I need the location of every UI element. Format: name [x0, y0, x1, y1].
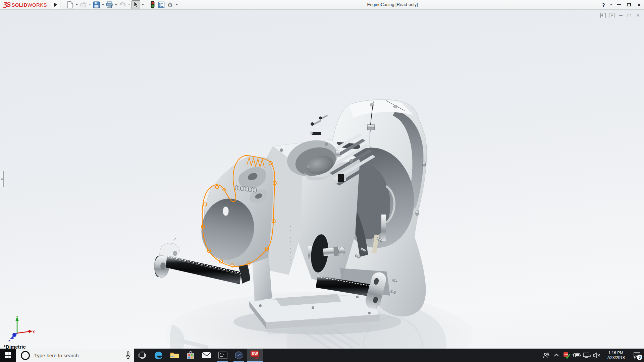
- doc-minimize-button[interactable]: [616, 12, 625, 19]
- taskbar-search[interactable]: Type here to search: [16, 349, 134, 362]
- volume-muted-icon: [593, 352, 601, 359]
- view-orientation-label: *Dimetric: [4, 344, 26, 349]
- save-dropdown[interactable]: [101, 1, 105, 9]
- engine-casing-model[interactable]: [0, 9, 644, 349]
- rebuild-traffic-light-icon: [151, 1, 155, 8]
- tray-overflow-button[interactable]: [551, 349, 561, 362]
- taskbar: Type here to search: [0, 349, 644, 362]
- new-document-icon: [67, 1, 73, 8]
- command-prompt-icon: C:\: [218, 352, 227, 359]
- doc-close-button[interactable]: ×: [634, 12, 642, 19]
- windows-logo-icon: [5, 352, 11, 358]
- system-tray: SW: [541, 349, 644, 362]
- options-gear-icon: ⚙: [167, 2, 173, 8]
- undo-button[interactable]: [118, 1, 126, 9]
- close-button[interactable]: ×: [634, 0, 644, 9]
- solidworks-monitor-icon: SW: [563, 352, 570, 359]
- previous-window-button[interactable]: [599, 12, 607, 19]
- options-button[interactable]: ⚙: [166, 1, 174, 9]
- edge-button[interactable]: [150, 349, 166, 362]
- main-toolbar: ⚙: [66, 0, 179, 9]
- file-properties-button[interactable]: [157, 1, 165, 9]
- print-icon: [106, 1, 113, 8]
- action-center-button[interactable]: 3: [630, 349, 644, 362]
- hexagon-app-icon: [234, 351, 243, 360]
- svg-text:C:\: C:\: [220, 353, 224, 356]
- select-cursor-icon: [133, 1, 139, 8]
- cortana-icon: [21, 351, 30, 360]
- store-icon: [186, 351, 195, 360]
- document-title: EngineCasing [Read-only]: [342, 0, 443, 9]
- mail-icon: [202, 352, 211, 359]
- network-button[interactable]: [582, 349, 592, 362]
- doc-restore-button[interactable]: [625, 12, 634, 19]
- help-dropdown[interactable]: [608, 0, 614, 9]
- help-button[interactable]: ?: [598, 0, 608, 9]
- flyout-arrow-icon: [54, 3, 57, 7]
- graphics-viewport[interactable]: ×: [0, 9, 644, 349]
- save-button[interactable]: [92, 1, 100, 9]
- time: 1:16 PM: [604, 351, 628, 355]
- prev-arrow-icon: [601, 14, 603, 17]
- document-window-controls: ×: [599, 12, 642, 19]
- brand-solid: SOLID: [11, 2, 27, 8]
- network-icon: [583, 352, 591, 359]
- print-dropdown[interactable]: [114, 1, 118, 9]
- undo-icon: [119, 2, 126, 8]
- triad-y-label: Y: [16, 315, 18, 319]
- volume-button[interactable]: [592, 349, 602, 362]
- svg-text:SW: SW: [564, 353, 568, 356]
- close-icon: ×: [637, 2, 641, 8]
- select-dropdown[interactable]: [141, 1, 145, 9]
- dassault-mark-icon: ƷS: [3, 1, 10, 8]
- select-button[interactable]: [131, 0, 140, 9]
- file-explorer-icon: [170, 351, 179, 359]
- rebuild-button[interactable]: [149, 1, 157, 9]
- undo-dropdown[interactable]: [127, 1, 131, 9]
- store-button[interactable]: [182, 349, 199, 362]
- file-properties-icon: [158, 1, 165, 8]
- triad-z-label: Z: [8, 340, 10, 343]
- solidworks-2017-button[interactable]: SW 2017: [247, 349, 263, 362]
- solidworks-logo: ƷS SOLIDWORKS: [3, 1, 47, 9]
- task-view-icon: [138, 351, 146, 359]
- orientation-triad: Y X Z: [4, 315, 35, 343]
- microphone-icon[interactable]: [125, 351, 131, 359]
- task-view-button[interactable]: [134, 349, 150, 362]
- restore-button[interactable]: [624, 0, 634, 9]
- chevron-up-icon: [554, 354, 559, 358]
- open-icon: [79, 2, 87, 8]
- print-button[interactable]: [105, 1, 113, 9]
- next-arrow-icon: [611, 14, 613, 17]
- taskbar-apps: C:\ SW 2017: [134, 349, 263, 362]
- power-button[interactable]: [572, 349, 582, 362]
- people-button[interactable]: [541, 349, 551, 362]
- save-icon: [93, 1, 100, 8]
- minimize-icon: [617, 4, 621, 5]
- clock[interactable]: 1:16 PM 7/23/2018: [604, 351, 628, 360]
- options-dropdown[interactable]: [174, 1, 179, 9]
- solidworks-app-icon: SW 2017: [250, 350, 260, 360]
- mail-button[interactable]: [199, 349, 215, 362]
- hexagon-app-button[interactable]: [231, 349, 247, 362]
- open-dropdown[interactable]: [88, 1, 92, 9]
- command-prompt-button[interactable]: C:\: [215, 349, 231, 362]
- new-document-dropdown[interactable]: [74, 1, 79, 9]
- search-placeholder: Type here to search: [34, 353, 79, 358]
- open-button[interactable]: [79, 1, 87, 9]
- new-document-button[interactable]: [66, 1, 74, 9]
- titlebar: ƷS SOLIDWORKS: [0, 0, 644, 10]
- file-explorer-button[interactable]: [166, 349, 182, 362]
- notification-badge: 3: [637, 355, 642, 360]
- restore-icon: [627, 3, 631, 6]
- people-icon: [543, 352, 550, 359]
- minimize-button[interactable]: [614, 0, 624, 9]
- start-button[interactable]: [0, 349, 16, 362]
- menu-flyout-button[interactable]: [51, 0, 60, 9]
- brand-works: WORKS: [28, 2, 47, 8]
- solidworks-monitor-button[interactable]: SW: [561, 349, 572, 362]
- power-battery-icon: [572, 352, 581, 358]
- next-window-button[interactable]: [607, 12, 616, 19]
- window-controls: ? ×: [598, 0, 644, 9]
- date: 7/23/2018: [604, 355, 628, 360]
